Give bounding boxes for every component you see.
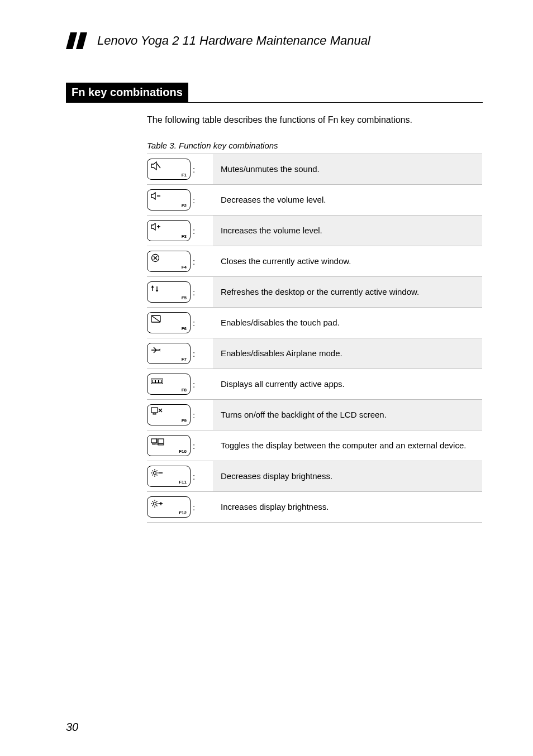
- fn-description: Decreases the volume level.: [213, 185, 482, 216]
- keycap-f3: F3: [147, 220, 191, 241]
- display-toggle-icon: [151, 438, 164, 448]
- table-row: F4 : Closes the currently active window.: [147, 246, 482, 277]
- colon: :: [193, 441, 195, 451]
- section-heading-wrapper: Fn key combinations: [66, 83, 483, 103]
- brightness-up-icon: [151, 499, 163, 510]
- fn-description: Turns on/off the backlight of the LCD sc…: [213, 400, 482, 430]
- svg-line-12: [152, 316, 160, 322]
- volume-down-icon: [151, 192, 162, 202]
- keycap-f10: F10: [147, 435, 191, 456]
- touchpad-icon: [151, 315, 161, 325]
- colon: :: [193, 410, 195, 420]
- table-row: F11 : Decreases display brightness.: [147, 461, 482, 492]
- brightness-down-icon: [151, 468, 163, 480]
- table-row: F5 : Refreshes the desktop or the curren…: [147, 277, 482, 308]
- svg-rect-18: [153, 413, 156, 414]
- keycap-f6: F6: [147, 312, 191, 333]
- fn-description: Increases display brightness.: [213, 492, 482, 523]
- table-row: F6 : Enables/disables the touch pad.: [147, 308, 482, 338]
- svg-rect-24: [158, 439, 164, 443]
- keycap-f1: F1: [147, 159, 191, 180]
- intro-text: The following table describes the functi…: [147, 115, 483, 125]
- colon: :: [193, 226, 195, 236]
- keycap-f8: F8: [147, 374, 191, 395]
- section-heading: Fn key combinations: [66, 83, 188, 102]
- svg-line-42: [156, 505, 158, 506]
- page-number: 30: [66, 721, 78, 734]
- keycap-label: F2: [182, 203, 187, 208]
- fn-description: Enables/disables the touch pad.: [213, 308, 482, 338]
- svg-point-26: [154, 472, 156, 475]
- svg-marker-0: [66, 32, 77, 49]
- svg-rect-13: [151, 379, 163, 384]
- svg-rect-15: [156, 380, 159, 383]
- svg-marker-9: [151, 285, 154, 288]
- keycap-label: F8: [182, 387, 187, 393]
- svg-marker-10: [156, 290, 159, 292]
- svg-line-2: [157, 164, 160, 168]
- keycap-f2: F2: [147, 189, 191, 210]
- colon: :: [193, 288, 195, 297]
- fn-description: Refreshes the desktop or the currently a…: [213, 277, 482, 308]
- fn-description: Closes the currently active window.: [213, 246, 482, 277]
- logo-slashes-icon: [66, 32, 92, 49]
- svg-rect-16: [159, 380, 162, 383]
- keycap-label: F4: [182, 265, 187, 270]
- table-row: F12 : Increases display brightness.: [147, 492, 482, 523]
- svg-line-43: [153, 505, 154, 506]
- active-apps-icon: [151, 376, 163, 386]
- keycap-f9: F9: [147, 404, 191, 425]
- keycap-label: F10: [179, 449, 187, 454]
- svg-marker-1: [76, 32, 87, 49]
- keycap-f4: F4: [147, 251, 191, 272]
- keycap-label: F9: [182, 418, 187, 423]
- svg-line-32: [156, 475, 158, 476]
- svg-rect-22: [153, 443, 155, 444]
- keycap-label: F7: [182, 357, 187, 362]
- fn-description: Enables/disables Airplane mode.: [213, 338, 482, 369]
- keycap-f7: F7: [147, 343, 191, 364]
- fn-description: Displays all currently active apps.: [213, 369, 482, 400]
- svg-point-36: [154, 503, 156, 505]
- backlight-off-icon: [151, 407, 163, 417]
- keycap-label: F3: [182, 234, 187, 239]
- colon: :: [193, 195, 195, 205]
- airplane-icon: [151, 346, 161, 357]
- fn-description: Increases the volume level.: [213, 216, 482, 246]
- svg-line-33: [153, 475, 154, 476]
- svg-line-31: [153, 471, 154, 472]
- table-row: F9 : Turns on/off the backlight of the L…: [147, 400, 482, 430]
- fn-key-table: F1 : Mutes/unmutes the sound.: [147, 154, 482, 523]
- table-row: F8 : Displays all currently active apps.: [147, 369, 482, 400]
- document-header: Lenovo Yoga 2 11 Hardware Maintenance Ma…: [66, 32, 483, 49]
- keycap-f11: F11: [147, 466, 191, 487]
- table-row: F10 : Toggles the display between the co…: [147, 430, 482, 461]
- table-caption: Table 3. Function key combinations: [147, 141, 483, 150]
- svg-rect-17: [151, 408, 158, 413]
- svg-line-41: [153, 501, 154, 503]
- document-title: Lenovo Yoga 2 11 Hardware Maintenance Ma…: [97, 34, 370, 48]
- table-row: F1 : Mutes/unmutes the sound.: [147, 154, 482, 185]
- keycap-label: F5: [182, 295, 187, 300]
- fn-description: Toggles the display between the computer…: [213, 430, 482, 461]
- colon: :: [193, 380, 195, 389]
- page: Lenovo Yoga 2 11 Hardware Maintenance Ma…: [0, 0, 533, 756]
- colon: :: [193, 472, 195, 481]
- svg-line-34: [156, 471, 158, 472]
- colon: :: [193, 318, 195, 328]
- colon: :: [193, 257, 195, 266]
- colon: :: [193, 165, 195, 174]
- colon: :: [193, 503, 195, 512]
- keycap-f5: F5: [147, 281, 191, 303]
- volume-up-icon: [151, 223, 162, 233]
- section-rule: [66, 102, 483, 103]
- svg-rect-25: [158, 444, 164, 445]
- keycap-label: F6: [182, 326, 187, 331]
- svg-rect-21: [151, 439, 156, 443]
- svg-rect-14: [153, 380, 155, 383]
- keycap-label: F1: [182, 173, 187, 178]
- table-row: F2 : Decreases the volume level.: [147, 185, 482, 216]
- keycap-f12: F12: [147, 496, 191, 518]
- colon: :: [193, 349, 195, 358]
- keycap-label: F12: [179, 510, 187, 515]
